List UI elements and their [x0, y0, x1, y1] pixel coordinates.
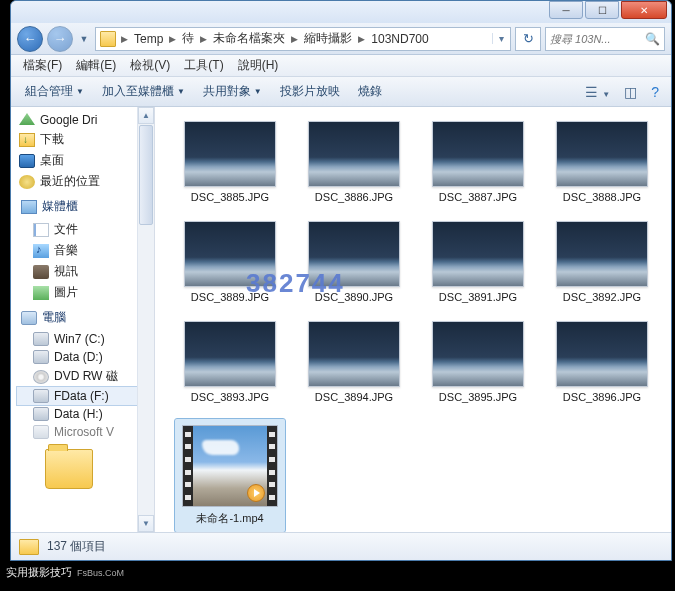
- close-button[interactable]: ✕: [621, 1, 667, 19]
- sidebar-item-drive-h[interactable]: Data (H:): [17, 405, 138, 423]
- file-name: DSC_3887.JPG: [439, 191, 517, 203]
- menu-edit[interactable]: 編輯(E): [70, 55, 122, 76]
- search-box[interactable]: 🔍: [545, 27, 665, 51]
- minimize-button[interactable]: ─: [549, 1, 583, 19]
- file-item[interactable]: DSC_3895.JPG: [423, 319, 533, 405]
- chevron-right-icon[interactable]: ▶: [289, 34, 300, 44]
- breadcrumb-item[interactable]: 未命名檔案夾: [209, 30, 289, 47]
- maximize-button[interactable]: ☐: [585, 1, 619, 19]
- image-thumbnail: [308, 121, 400, 187]
- forward-button[interactable]: →: [47, 26, 73, 52]
- file-name: DSC_3888.JPG: [563, 191, 641, 203]
- disk-icon: [33, 407, 49, 421]
- play-icon: [247, 484, 265, 502]
- sidebar-item-drive-f[interactable]: FData (F:): [17, 387, 138, 405]
- file-item[interactable]: DSC_3887.JPG: [423, 119, 533, 205]
- command-bar: 組合管理▼ 加入至媒體櫃▼ 共用對象▼ 投影片放映 燒錄 ☰ ▼ ◫ ?: [11, 77, 671, 107]
- file-item[interactable]: DSC_3894.JPG: [299, 319, 409, 405]
- help-button[interactable]: ?: [645, 81, 665, 103]
- breadcrumb-item[interactable]: 縮時攝影: [300, 30, 356, 47]
- tree-label: 音樂: [54, 242, 78, 259]
- add-to-library-button[interactable]: 加入至媒體櫃▼: [94, 80, 193, 103]
- scroll-up-button[interactable]: ▲: [138, 107, 154, 124]
- menu-help[interactable]: 說明(H): [232, 55, 285, 76]
- watermark-subtext: FsBus.CoM: [77, 568, 124, 578]
- menu-file[interactable]: 檔案(F): [17, 55, 68, 76]
- sidebar-item-recent[interactable]: 最近的位置: [17, 171, 138, 192]
- menu-tools[interactable]: 工具(T): [178, 55, 229, 76]
- sidebar-item-dvd[interactable]: DVD RW 磁: [17, 366, 138, 387]
- sidebar-item-drive-c[interactable]: Win7 (C:): [17, 330, 138, 348]
- preview-pane-button[interactable]: ◫: [618, 81, 643, 103]
- burn-button[interactable]: 燒錄: [350, 80, 390, 103]
- folder-icon: [19, 539, 39, 555]
- library-icon: [21, 200, 37, 214]
- breadcrumb-dropdown[interactable]: ▾: [492, 33, 510, 44]
- file-item-video[interactable]: 未命名-1.mp4: [175, 419, 285, 532]
- file-item[interactable]: DSC_3886.JPG: [299, 119, 409, 205]
- chevron-down-icon: ▼: [76, 87, 84, 96]
- back-button[interactable]: ←: [17, 26, 43, 52]
- nav-history-dropdown[interactable]: ▼: [77, 34, 91, 44]
- image-thumbnail: [556, 221, 648, 287]
- organize-button[interactable]: 組合管理▼: [17, 80, 92, 103]
- sidebar-group-libraries[interactable]: 媒體櫃: [17, 192, 138, 219]
- file-name: DSC_3895.JPG: [439, 391, 517, 403]
- scroll-down-button[interactable]: ▼: [138, 515, 154, 532]
- sidebar-item-other[interactable]: Microsoft V: [17, 423, 138, 441]
- breadcrumb-item[interactable]: 待: [178, 30, 198, 47]
- file-name: DSC_3896.JPG: [563, 391, 641, 403]
- image-thumbnail: [308, 321, 400, 387]
- tree-label: Data (H:): [54, 407, 103, 421]
- disk-icon: [33, 425, 49, 439]
- chevron-right-icon[interactable]: ▶: [119, 34, 130, 44]
- tree-label: 最近的位置: [40, 173, 100, 190]
- sidebar-item-drive-d[interactable]: Data (D:): [17, 348, 138, 366]
- menu-view[interactable]: 檢視(V): [124, 55, 176, 76]
- file-list[interactable]: DSC_3885.JPGDSC_3886.JPGDSC_3887.JPGDSC_…: [155, 107, 671, 532]
- sidebar-item-music[interactable]: 音樂: [17, 240, 138, 261]
- music-icon: [33, 244, 49, 258]
- refresh-button[interactable]: ↻: [515, 27, 541, 51]
- file-item[interactable]: DSC_3891.JPG: [423, 219, 533, 305]
- breadcrumb-item[interactable]: 103ND700: [367, 32, 432, 46]
- chevron-right-icon[interactable]: ▶: [167, 34, 178, 44]
- file-name: DSC_3890.JPG: [315, 291, 393, 303]
- sidebar-scrollbar[interactable]: ▲ ▼: [137, 107, 154, 532]
- image-thumbnail: [184, 121, 276, 187]
- breadcrumb-item[interactable]: Temp: [130, 32, 167, 46]
- picture-icon: [33, 286, 49, 300]
- tree-label: FData (F:): [54, 389, 109, 403]
- tree-label: Microsoft V: [54, 425, 114, 439]
- sidebar-item-gdrive[interactable]: Google Dri: [17, 111, 138, 129]
- breadcrumb-bar[interactable]: ▶ Temp ▶ 待 ▶ 未命名檔案夾 ▶ 縮時攝影 ▶ 103ND700 ▾: [95, 27, 511, 51]
- scroll-thumb[interactable]: [139, 125, 153, 225]
- chevron-right-icon[interactable]: ▶: [356, 34, 367, 44]
- share-button[interactable]: 共用對象▼: [195, 80, 270, 103]
- sidebar-item-videos[interactable]: 視訊: [17, 261, 138, 282]
- tree-label: Win7 (C:): [54, 332, 105, 346]
- file-item[interactable]: DSC_3890.JPG: [299, 219, 409, 305]
- sidebar-item-downloads[interactable]: 下載: [17, 129, 138, 150]
- status-bar: 137 個項目: [11, 532, 671, 560]
- sidebar-item-pictures[interactable]: 圖片: [17, 282, 138, 303]
- file-item[interactable]: DSC_3892.JPG: [547, 219, 657, 305]
- watermark-text: 实用摄影技巧: [6, 566, 72, 578]
- folder-preview-icon: [45, 449, 93, 489]
- sidebar-item-documents[interactable]: 文件: [17, 219, 138, 240]
- file-name: DSC_3885.JPG: [191, 191, 269, 203]
- view-options-button[interactable]: ☰ ▼: [579, 81, 616, 103]
- sidebar-item-desktop[interactable]: 桌面: [17, 150, 138, 171]
- search-icon[interactable]: 🔍: [645, 32, 660, 46]
- file-item[interactable]: DSC_3896.JPG: [547, 319, 657, 405]
- slideshow-button[interactable]: 投影片放映: [272, 80, 348, 103]
- file-item[interactable]: DSC_3893.JPG: [175, 319, 285, 405]
- file-item[interactable]: DSC_3885.JPG: [175, 119, 285, 205]
- file-item[interactable]: DSC_3889.JPG: [175, 219, 285, 305]
- chevron-down-icon: ▼: [177, 87, 185, 96]
- image-thumbnail: [556, 121, 648, 187]
- file-item[interactable]: DSC_3888.JPG: [547, 119, 657, 205]
- search-input[interactable]: [550, 33, 645, 45]
- sidebar-group-computer[interactable]: 電腦: [17, 303, 138, 330]
- chevron-right-icon[interactable]: ▶: [198, 34, 209, 44]
